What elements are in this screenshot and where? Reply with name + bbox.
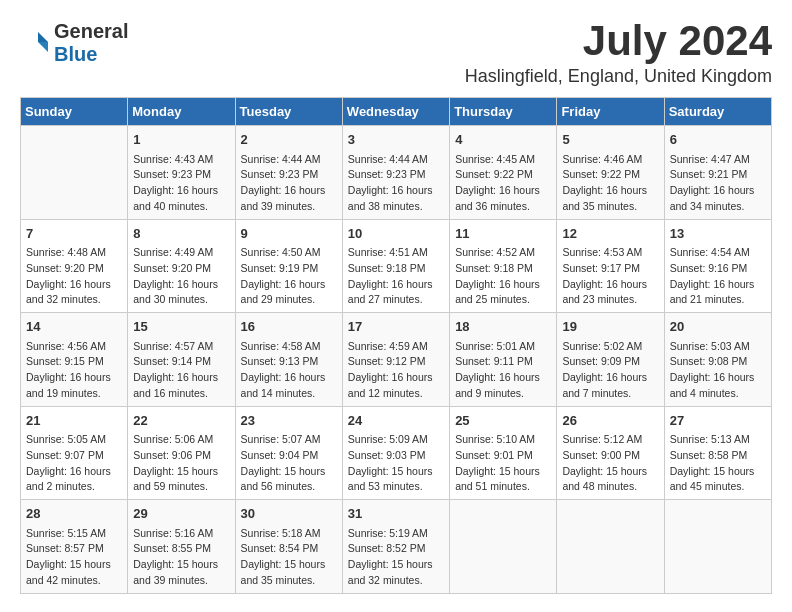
day-info: Sunrise: 4:45 AMSunset: 9:22 PMDaylight:… [455,152,551,215]
calendar-cell: 6Sunrise: 4:47 AMSunset: 9:21 PMDaylight… [664,126,771,220]
day-info: Sunrise: 5:10 AMSunset: 9:01 PMDaylight:… [455,432,551,495]
day-number: 9 [241,224,337,244]
logo-text: General Blue [54,20,128,66]
calendar-cell [664,500,771,594]
calendar-cell: 13Sunrise: 4:54 AMSunset: 9:16 PMDayligh… [664,219,771,313]
svg-marker-1 [38,42,48,52]
title-area: July 2024 Haslingfield, England, United … [465,20,772,87]
calendar-cell [557,500,664,594]
day-info: Sunrise: 5:18 AMSunset: 8:54 PMDaylight:… [241,526,337,589]
day-info: Sunrise: 4:57 AMSunset: 9:14 PMDaylight:… [133,339,229,402]
calendar-cell: 2Sunrise: 4:44 AMSunset: 9:23 PMDaylight… [235,126,342,220]
day-info: Sunrise: 5:16 AMSunset: 8:55 PMDaylight:… [133,526,229,589]
svg-marker-0 [38,32,48,42]
day-info: Sunrise: 5:06 AMSunset: 9:06 PMDaylight:… [133,432,229,495]
day-info: Sunrise: 5:01 AMSunset: 9:11 PMDaylight:… [455,339,551,402]
calendar-cell: 7Sunrise: 4:48 AMSunset: 9:20 PMDaylight… [21,219,128,313]
day-info: Sunrise: 4:46 AMSunset: 9:22 PMDaylight:… [562,152,658,215]
day-number: 11 [455,224,551,244]
logo: General Blue [20,20,128,66]
day-number: 16 [241,317,337,337]
header: General Blue July 2024 Haslingfield, Eng… [20,20,772,87]
day-number: 4 [455,130,551,150]
calendar-cell: 3Sunrise: 4:44 AMSunset: 9:23 PMDaylight… [342,126,449,220]
day-number: 21 [26,411,122,431]
day-info: Sunrise: 4:53 AMSunset: 9:17 PMDaylight:… [562,245,658,308]
day-of-week-header: Tuesday [235,98,342,126]
calendar-cell: 21Sunrise: 5:05 AMSunset: 9:07 PMDayligh… [21,406,128,500]
calendar-cell: 26Sunrise: 5:12 AMSunset: 9:00 PMDayligh… [557,406,664,500]
calendar-cell [21,126,128,220]
calendar-cell: 31Sunrise: 5:19 AMSunset: 8:52 PMDayligh… [342,500,449,594]
day-info: Sunrise: 4:56 AMSunset: 9:15 PMDaylight:… [26,339,122,402]
calendar-table: SundayMondayTuesdayWednesdayThursdayFrid… [20,97,772,594]
day-info: Sunrise: 5:15 AMSunset: 8:57 PMDaylight:… [26,526,122,589]
calendar-cell: 12Sunrise: 4:53 AMSunset: 9:17 PMDayligh… [557,219,664,313]
day-number: 29 [133,504,229,524]
day-of-week-header: Saturday [664,98,771,126]
day-number: 1 [133,130,229,150]
day-number: 19 [562,317,658,337]
day-info: Sunrise: 4:47 AMSunset: 9:21 PMDaylight:… [670,152,766,215]
day-info: Sunrise: 4:54 AMSunset: 9:16 PMDaylight:… [670,245,766,308]
calendar-cell: 25Sunrise: 5:10 AMSunset: 9:01 PMDayligh… [450,406,557,500]
day-number: 7 [26,224,122,244]
day-of-week-header: Wednesday [342,98,449,126]
logo-blue: Blue [54,43,97,65]
location-title: Haslingfield, England, United Kingdom [465,66,772,87]
calendar-week-row: 28Sunrise: 5:15 AMSunset: 8:57 PMDayligh… [21,500,772,594]
day-info: Sunrise: 4:49 AMSunset: 9:20 PMDaylight:… [133,245,229,308]
logo-icon [20,28,50,58]
calendar-cell: 19Sunrise: 5:02 AMSunset: 9:09 PMDayligh… [557,313,664,407]
day-number: 15 [133,317,229,337]
day-info: Sunrise: 5:07 AMSunset: 9:04 PMDaylight:… [241,432,337,495]
calendar-week-row: 7Sunrise: 4:48 AMSunset: 9:20 PMDaylight… [21,219,772,313]
calendar-cell: 14Sunrise: 4:56 AMSunset: 9:15 PMDayligh… [21,313,128,407]
day-info: Sunrise: 4:58 AMSunset: 9:13 PMDaylight:… [241,339,337,402]
day-number: 8 [133,224,229,244]
day-number: 24 [348,411,444,431]
calendar-cell: 9Sunrise: 4:50 AMSunset: 9:19 PMDaylight… [235,219,342,313]
day-of-week-header: Thursday [450,98,557,126]
day-of-week-header: Sunday [21,98,128,126]
calendar-cell: 30Sunrise: 5:18 AMSunset: 8:54 PMDayligh… [235,500,342,594]
day-number: 10 [348,224,444,244]
day-info: Sunrise: 5:13 AMSunset: 8:58 PMDaylight:… [670,432,766,495]
calendar-cell: 5Sunrise: 4:46 AMSunset: 9:22 PMDaylight… [557,126,664,220]
day-info: Sunrise: 4:59 AMSunset: 9:12 PMDaylight:… [348,339,444,402]
calendar-cell: 22Sunrise: 5:06 AMSunset: 9:06 PMDayligh… [128,406,235,500]
day-of-week-header: Monday [128,98,235,126]
calendar-cell: 8Sunrise: 4:49 AMSunset: 9:20 PMDaylight… [128,219,235,313]
calendar-cell: 10Sunrise: 4:51 AMSunset: 9:18 PMDayligh… [342,219,449,313]
day-of-week-header: Friday [557,98,664,126]
calendar-cell: 28Sunrise: 5:15 AMSunset: 8:57 PMDayligh… [21,500,128,594]
calendar-cell: 18Sunrise: 5:01 AMSunset: 9:11 PMDayligh… [450,313,557,407]
day-number: 5 [562,130,658,150]
day-number: 28 [26,504,122,524]
calendar-week-row: 14Sunrise: 4:56 AMSunset: 9:15 PMDayligh… [21,313,772,407]
day-number: 18 [455,317,551,337]
day-info: Sunrise: 5:05 AMSunset: 9:07 PMDaylight:… [26,432,122,495]
day-info: Sunrise: 5:19 AMSunset: 8:52 PMDaylight:… [348,526,444,589]
day-info: Sunrise: 4:51 AMSunset: 9:18 PMDaylight:… [348,245,444,308]
day-info: Sunrise: 4:44 AMSunset: 9:23 PMDaylight:… [348,152,444,215]
day-number: 27 [670,411,766,431]
calendar-cell: 17Sunrise: 4:59 AMSunset: 9:12 PMDayligh… [342,313,449,407]
month-title: July 2024 [465,20,772,62]
logo-general: General [54,20,128,42]
day-info: Sunrise: 4:48 AMSunset: 9:20 PMDaylight:… [26,245,122,308]
calendar-header-row: SundayMondayTuesdayWednesdayThursdayFrid… [21,98,772,126]
calendar-cell: 11Sunrise: 4:52 AMSunset: 9:18 PMDayligh… [450,219,557,313]
day-number: 23 [241,411,337,431]
day-info: Sunrise: 5:03 AMSunset: 9:08 PMDaylight:… [670,339,766,402]
day-number: 25 [455,411,551,431]
day-number: 12 [562,224,658,244]
calendar-cell: 15Sunrise: 4:57 AMSunset: 9:14 PMDayligh… [128,313,235,407]
calendar-cell: 23Sunrise: 5:07 AMSunset: 9:04 PMDayligh… [235,406,342,500]
day-info: Sunrise: 4:43 AMSunset: 9:23 PMDaylight:… [133,152,229,215]
day-number: 26 [562,411,658,431]
day-info: Sunrise: 4:50 AMSunset: 9:19 PMDaylight:… [241,245,337,308]
calendar-cell: 20Sunrise: 5:03 AMSunset: 9:08 PMDayligh… [664,313,771,407]
calendar-cell [450,500,557,594]
day-number: 17 [348,317,444,337]
